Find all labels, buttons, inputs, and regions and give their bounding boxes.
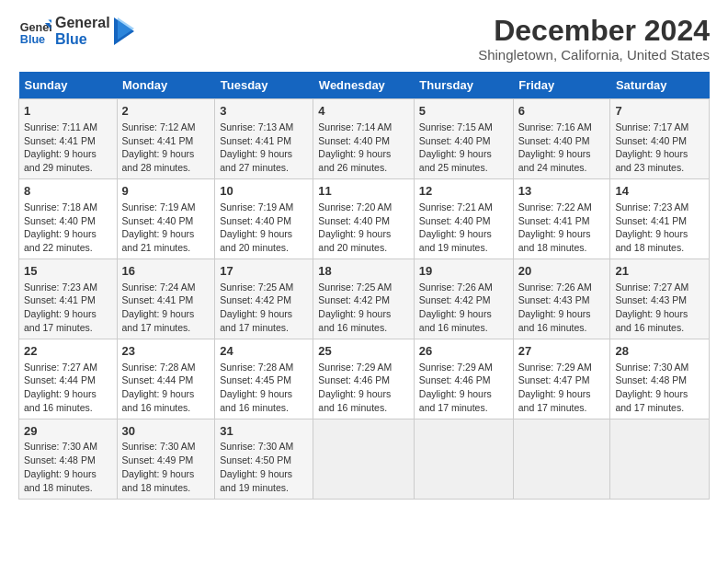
calendar-cell: 1Sunrise: 7:11 AMSunset: 4:41 PMDaylight…: [19, 99, 118, 179]
calendar-table: Sunday Monday Tuesday Wednesday Thursday…: [18, 72, 710, 500]
calendar-cell: 22Sunrise: 7:27 AMSunset: 4:44 PMDayligh…: [19, 339, 118, 419]
day-detail: Sunrise: 7:15 AMSunset: 4:40 PMDaylight:…: [419, 121, 493, 174]
day-number: 23: [122, 343, 210, 360]
day-detail: Sunrise: 7:21 AMSunset: 4:40 PMDaylight:…: [419, 201, 493, 254]
day-detail: Sunrise: 7:23 AMSunset: 4:41 PMDaylight:…: [24, 282, 97, 334]
calendar-cell: 15Sunrise: 7:23 AMSunset: 4:41 PMDayligh…: [19, 259, 118, 339]
calendar-cell: 27Sunrise: 7:29 AMSunset: 4:47 PMDayligh…: [513, 339, 610, 419]
day-detail: Sunrise: 7:18 AMSunset: 4:40 PMDaylight:…: [24, 201, 97, 254]
day-number: 4: [318, 103, 409, 120]
day-number: 13: [518, 183, 606, 200]
calendar-cell: 25Sunrise: 7:29 AMSunset: 4:46 PMDayligh…: [313, 339, 415, 419]
calendar-cell: 14Sunrise: 7:23 AMSunset: 4:41 PMDayligh…: [610, 179, 710, 259]
day-detail: Sunrise: 7:26 AMSunset: 4:42 PMDaylight:…: [419, 282, 493, 334]
calendar-cell: 2Sunrise: 7:12 AMSunset: 4:41 PMDaylight…: [117, 99, 215, 179]
calendar-cell: 18Sunrise: 7:25 AMSunset: 4:42 PMDayligh…: [313, 259, 415, 339]
day-number: 14: [615, 183, 704, 200]
logo-general: General: [55, 15, 110, 31]
calendar-cell: 21Sunrise: 7:27 AMSunset: 4:43 PMDayligh…: [610, 259, 710, 339]
logo: General Blue General Blue: [18, 15, 134, 48]
day-detail: Sunrise: 7:17 AMSunset: 4:40 PMDaylight:…: [615, 121, 688, 174]
day-detail: Sunrise: 7:30 AMSunset: 4:48 PMDaylight:…: [24, 441, 97, 493]
calendar-week-4: 22Sunrise: 7:27 AMSunset: 4:44 PMDayligh…: [19, 339, 710, 419]
day-number: 19: [419, 263, 508, 280]
day-number: 5: [419, 103, 508, 120]
calendar-week-1: 1Sunrise: 7:11 AMSunset: 4:41 PMDaylight…: [19, 99, 710, 179]
day-number: 2: [122, 103, 210, 120]
calendar-title: December 2024: [478, 15, 710, 47]
day-number: 30: [122, 423, 210, 440]
day-number: 27: [518, 343, 606, 360]
day-detail: Sunrise: 7:25 AMSunset: 4:42 PMDaylight:…: [318, 282, 392, 334]
calendar-cell: 13Sunrise: 7:22 AMSunset: 4:41 PMDayligh…: [513, 179, 610, 259]
col-sunday: Sunday: [19, 72, 118, 99]
day-detail: Sunrise: 7:29 AMSunset: 4:46 PMDaylight:…: [419, 362, 493, 414]
day-number: 3: [220, 103, 308, 120]
calendar-cell: 5Sunrise: 7:15 AMSunset: 4:40 PMDaylight…: [414, 99, 513, 179]
calendar-body: 1Sunrise: 7:11 AMSunset: 4:41 PMDaylight…: [19, 99, 710, 500]
calendar-header: Sunday Monday Tuesday Wednesday Thursday…: [19, 72, 710, 99]
calendar-subtitle: Shingletown, California, United States: [478, 47, 710, 63]
day-detail: Sunrise: 7:29 AMSunset: 4:47 PMDaylight:…: [518, 362, 592, 414]
day-number: 22: [24, 343, 112, 360]
day-number: 28: [615, 343, 704, 360]
logo-arrow-icon: [114, 17, 134, 45]
title-block: December 2024 Shingletown, California, U…: [478, 15, 710, 63]
calendar-week-5: 29Sunrise: 7:30 AMSunset: 4:48 PMDayligh…: [19, 419, 710, 499]
day-detail: Sunrise: 7:28 AMSunset: 4:44 PMDaylight:…: [122, 362, 196, 414]
day-number: 1: [24, 103, 112, 120]
calendar-cell: 9Sunrise: 7:19 AMSunset: 4:40 PMDaylight…: [117, 179, 215, 259]
day-number: 16: [122, 263, 210, 280]
calendar-week-2: 8Sunrise: 7:18 AMSunset: 4:40 PMDaylight…: [19, 179, 710, 259]
page: General Blue General Blue December 2024 …: [0, 0, 728, 514]
day-number: 10: [220, 183, 308, 200]
calendar-week-3: 15Sunrise: 7:23 AMSunset: 4:41 PMDayligh…: [19, 259, 710, 339]
calendar-cell: 23Sunrise: 7:28 AMSunset: 4:44 PMDayligh…: [117, 339, 215, 419]
day-detail: Sunrise: 7:19 AMSunset: 4:40 PMDaylight:…: [122, 201, 196, 254]
day-number: 9: [122, 183, 210, 200]
day-detail: Sunrise: 7:30 AMSunset: 4:48 PMDaylight:…: [615, 362, 688, 414]
calendar-cell: 12Sunrise: 7:21 AMSunset: 4:40 PMDayligh…: [414, 179, 513, 259]
calendar-cell: 28Sunrise: 7:30 AMSunset: 4:48 PMDayligh…: [610, 339, 710, 419]
day-detail: Sunrise: 7:24 AMSunset: 4:41 PMDaylight:…: [122, 282, 196, 334]
logo-icon: General Blue: [18, 15, 51, 48]
calendar-cell: 4Sunrise: 7:14 AMSunset: 4:40 PMDaylight…: [313, 99, 415, 179]
day-number: 21: [615, 263, 704, 280]
col-wednesday: Wednesday: [313, 72, 415, 99]
calendar-cell: 29Sunrise: 7:30 AMSunset: 4:48 PMDayligh…: [19, 419, 118, 499]
header: General Blue General Blue December 2024 …: [18, 15, 710, 63]
day-detail: Sunrise: 7:27 AMSunset: 4:44 PMDaylight:…: [24, 362, 97, 414]
col-thursday: Thursday: [414, 72, 513, 99]
day-detail: Sunrise: 7:23 AMSunset: 4:41 PMDaylight:…: [615, 201, 688, 254]
day-number: 18: [318, 263, 409, 280]
day-number: 6: [518, 103, 606, 120]
calendar-cell: 8Sunrise: 7:18 AMSunset: 4:40 PMDaylight…: [19, 179, 118, 259]
day-detail: Sunrise: 7:11 AMSunset: 4:41 PMDaylight:…: [24, 121, 97, 174]
day-detail: Sunrise: 7:25 AMSunset: 4:42 PMDaylight:…: [220, 282, 293, 334]
day-number: 29: [24, 423, 112, 440]
calendar-cell: [610, 419, 710, 499]
day-detail: Sunrise: 7:12 AMSunset: 4:41 PMDaylight:…: [122, 121, 196, 174]
calendar-cell: [414, 419, 513, 499]
day-detail: Sunrise: 7:30 AMSunset: 4:49 PMDaylight:…: [122, 441, 196, 493]
day-number: 7: [615, 103, 704, 120]
calendar-cell: 19Sunrise: 7:26 AMSunset: 4:42 PMDayligh…: [414, 259, 513, 339]
logo-blue: Blue: [55, 31, 110, 48]
col-tuesday: Tuesday: [215, 72, 313, 99]
col-saturday: Saturday: [610, 72, 710, 99]
calendar-cell: 6Sunrise: 7:16 AMSunset: 4:40 PMDaylight…: [513, 99, 610, 179]
day-detail: Sunrise: 7:16 AMSunset: 4:40 PMDaylight:…: [518, 121, 592, 174]
day-number: 17: [220, 263, 308, 280]
col-friday: Friday: [513, 72, 610, 99]
calendar-cell: [513, 419, 610, 499]
calendar-cell: 30Sunrise: 7:30 AMSunset: 4:49 PMDayligh…: [117, 419, 215, 499]
calendar-cell: 16Sunrise: 7:24 AMSunset: 4:41 PMDayligh…: [117, 259, 215, 339]
calendar-cell: 10Sunrise: 7:19 AMSunset: 4:40 PMDayligh…: [215, 179, 313, 259]
calendar-cell: 17Sunrise: 7:25 AMSunset: 4:42 PMDayligh…: [215, 259, 313, 339]
day-detail: Sunrise: 7:14 AMSunset: 4:40 PMDaylight:…: [318, 121, 392, 174]
svg-text:Blue: Blue: [20, 33, 45, 46]
day-number: 31: [220, 423, 308, 440]
calendar-cell: 20Sunrise: 7:26 AMSunset: 4:43 PMDayligh…: [513, 259, 610, 339]
calendar-cell: 7Sunrise: 7:17 AMSunset: 4:40 PMDaylight…: [610, 99, 710, 179]
day-number: 20: [518, 263, 606, 280]
